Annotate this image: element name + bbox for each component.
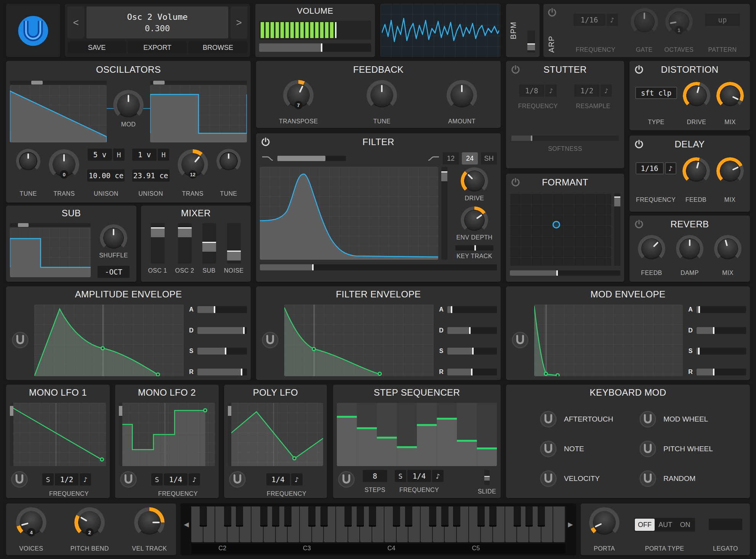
lfo1-frequency-value[interactable]: 1/2 <box>55 473 78 486</box>
amp-sustain-slider[interactable] <box>197 348 247 355</box>
browse-button[interactable]: BROWSE <box>189 42 247 54</box>
keyboard-scroll-right[interactable]: ▶ <box>566 506 575 542</box>
black-key[interactable] <box>489 506 497 527</box>
poly-lfo-note-button[interactable]: ♪ <box>291 473 303 486</box>
arp-octaves-knob[interactable]: 1 <box>668 11 690 32</box>
porta-off-button[interactable]: OFF <box>635 519 655 531</box>
reverb-power-button[interactable] <box>633 219 645 230</box>
osc2-transpose-knob[interactable]: 12 <box>181 152 205 177</box>
filter-drive-knob[interactable] <box>464 170 485 192</box>
black-key[interactable] <box>200 506 207 527</box>
arp-pattern-select[interactable]: up <box>705 14 740 26</box>
step-seq-steps-value[interactable]: 8 <box>363 470 387 482</box>
reverb-damp-knob[interactable] <box>679 238 700 259</box>
black-key[interactable] <box>236 506 243 527</box>
poly-lfo-modsource-button[interactable] <box>229 471 246 488</box>
distortion-type-select[interactable]: sft clp <box>635 87 677 99</box>
poly-lfo-amount-slider[interactable] <box>228 403 231 466</box>
lfo2-waveform-display[interactable] <box>119 403 215 466</box>
filter-power-button[interactable] <box>260 136 271 148</box>
filter-sh-button[interactable]: SH <box>481 152 497 165</box>
stutter-power-button[interactable] <box>510 64 521 75</box>
porta-auto-button[interactable]: AUT <box>655 519 675 531</box>
stutter-frequency-note-icon[interactable]: ♪ <box>545 85 557 97</box>
black-key[interactable] <box>429 506 436 527</box>
volume-slider[interactable] <box>259 43 371 52</box>
sub-waveform-display[interactable] <box>10 228 91 277</box>
filter-resonance-slider[interactable] <box>441 167 447 260</box>
black-key[interactable] <box>525 506 533 527</box>
filter-sustain-slider[interactable] <box>447 348 497 355</box>
arp-note-icon[interactable]: ♪ <box>607 14 618 26</box>
filter-response-display[interactable] <box>260 167 438 260</box>
filter-release-slider[interactable] <box>447 369 497 375</box>
mod-release-slider[interactable] <box>697 369 746 375</box>
amp-env-display[interactable] <box>34 305 184 376</box>
lfo2-frequency-value[interactable]: 1/4 <box>164 473 187 486</box>
filter-env-depth-knob[interactable] <box>464 209 485 231</box>
delay-mix-knob[interactable] <box>719 160 741 182</box>
osc1-wave-selector[interactable] <box>10 81 107 85</box>
lfo1-modsource-button[interactable] <box>11 471 28 488</box>
black-key[interactable] <box>224 506 231 527</box>
lfo1-note-button[interactable]: ♪ <box>80 473 91 486</box>
delay-feedback-knob[interactable] <box>686 160 707 182</box>
lfo1-amount-slider[interactable] <box>10 403 13 466</box>
black-key[interactable] <box>260 506 267 527</box>
amp-attack-slider[interactable] <box>197 306 247 313</box>
mod-env-display[interactable] <box>534 305 683 376</box>
lfo2-modsource-button[interactable] <box>120 471 137 488</box>
mod-wheel-modsource-button[interactable] <box>639 410 657 428</box>
amp-env-modsource-button[interactable] <box>11 331 29 349</box>
cross-mod-knob[interactable] <box>116 93 141 117</box>
black-key[interactable] <box>393 506 400 527</box>
lfo1-sync-button[interactable]: S <box>42 473 54 486</box>
mod-attack-slider[interactable] <box>697 306 746 313</box>
sub-octave-button[interactable]: -OCT <box>98 266 130 278</box>
black-key[interactable] <box>357 506 364 527</box>
osc1-tune-knob[interactable] <box>19 152 37 170</box>
porta-knob[interactable] <box>592 510 617 535</box>
formant-x-slider[interactable] <box>510 270 620 276</box>
step-seq-slide-slider[interactable] <box>484 470 490 485</box>
vel-track-knob[interactable] <box>137 510 162 535</box>
velocity-modsource-button[interactable] <box>540 470 557 487</box>
amp-decay-slider[interactable] <box>197 327 247 334</box>
next-patch-button[interactable]: > <box>231 6 247 38</box>
step-seq-sync-button[interactable]: S <box>395 470 406 482</box>
osc2-unison-detune[interactable]: 23.91 ce <box>132 169 170 182</box>
filter-key-track-slider[interactable] <box>455 245 493 251</box>
lfo2-note-button[interactable]: ♪ <box>189 473 200 486</box>
formant-xy-handle[interactable] <box>553 221 560 228</box>
pitch-wheel-modsource-button[interactable] <box>639 440 657 458</box>
osc2-unison-voices[interactable]: 1 v <box>132 149 157 161</box>
osc2-harmonize-button[interactable]: H <box>158 149 169 161</box>
step-sequencer-display[interactable] <box>337 403 497 466</box>
step-seq-frequency-value[interactable]: 1/4 <box>407 470 431 482</box>
black-key[interactable] <box>453 506 460 527</box>
random-modsource-button[interactable] <box>639 470 657 487</box>
osc1-transpose-knob[interactable]: 0 <box>52 152 76 177</box>
filter-decay-slider[interactable] <box>447 327 497 334</box>
mod-env-modsource-button[interactable] <box>511 331 529 349</box>
formant-xy-pad[interactable] <box>510 193 611 266</box>
osc1-unison-detune[interactable]: 10.00 ce <box>87 169 125 182</box>
note-modsource-button[interactable] <box>540 440 557 458</box>
stutter-resample-select[interactable]: 1/2 <box>574 85 599 97</box>
filter-env-modsource-button[interactable] <box>261 331 279 349</box>
distortion-mix-knob[interactable] <box>719 85 741 106</box>
reverb-mix-knob[interactable] <box>717 238 738 259</box>
sub-wave-selector[interactable] <box>10 223 91 227</box>
osc1-unison-voices[interactable]: 5 v <box>88 149 112 161</box>
poly-lfo-frequency-value[interactable]: 1/4 <box>266 473 290 486</box>
mixer-noise-slider[interactable] <box>227 223 241 264</box>
delay-frequency-select[interactable]: 1/16 <box>636 162 664 174</box>
black-key[interactable] <box>514 506 521 527</box>
arp-power-button[interactable] <box>546 7 558 18</box>
stutter-resample-note-icon[interactable]: ♪ <box>601 85 612 97</box>
lfo2-sync-button[interactable]: S <box>151 473 163 486</box>
osc2-wave-selector[interactable] <box>150 81 247 85</box>
reverb-feedback-knob[interactable] <box>641 238 662 259</box>
mixer-osc2-slider[interactable] <box>178 223 192 264</box>
arp-frequency-select[interactable]: 1/16 <box>573 14 605 26</box>
